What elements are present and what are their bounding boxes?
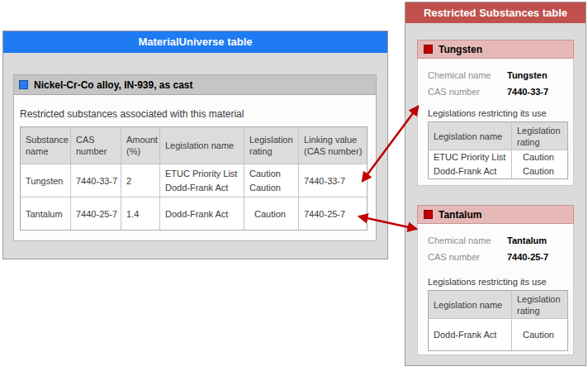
legislations-table: Legislation name Legislation rating ETUC…	[428, 121, 568, 179]
column-header-amount: Amount (%)	[121, 127, 160, 164]
substance-card-tantalum: Tantalum Chemical nameTantalum CAS numbe…	[417, 205, 574, 355]
table-row-cell-rating: Caution	[244, 197, 299, 230]
substance-card-header: Tungsten	[417, 40, 574, 59]
substance-card-name: Tungsten	[439, 44, 482, 55]
material-record-box: Nickel-Cr-Co alloy, IN-939, as cast Rest…	[13, 74, 377, 241]
restricted-substances-panel: Restricted Substances table Tungsten Che…	[405, 2, 586, 366]
table-row-cell-amount: 2	[121, 164, 160, 197]
table-row-cell-linking-value: 7440-33-7	[299, 164, 367, 197]
material-record-title: Nickel-Cr-Co alloy, IN-939, as cast	[34, 79, 193, 91]
restricted-substances-table: Substance name CAS number Amount (%) Leg…	[20, 126, 368, 231]
red-square-icon	[424, 210, 433, 219]
column-header-legislation-name: Legislation name	[160, 127, 244, 164]
column-header-legislation-name: Legislation name	[429, 291, 512, 319]
blue-square-icon	[19, 80, 28, 89]
substance-card-name: Tantalum	[439, 209, 481, 221]
legislation-rating-cell: Caution Caution	[512, 150, 567, 178]
field-chemical-name: Chemical nameTantalum	[428, 232, 548, 249]
column-header-cas-number: CAS number	[71, 127, 121, 164]
table-row-cell-amount: 1.4	[121, 197, 160, 230]
diagram-canvas: MaterialUniverse table Nickel-Cr-Co allo…	[0, 0, 588, 371]
material-record-header: Nickel-Cr-Co alloy, IN-939, as cast	[14, 75, 376, 95]
legislation-rating-cell: Caution	[512, 319, 567, 350]
material-universe-panel: MaterialUniverse table Nickel-Cr-Co allo…	[2, 31, 388, 259]
table-row-cell-legislation: Dodd-Frank Act	[160, 197, 244, 230]
substance-card-header: Tantalum	[417, 205, 574, 224]
legislations-section-label: Legislations restricting its use	[428, 108, 547, 118]
column-header-legislation-rating: Legislation rating	[512, 291, 567, 319]
table-row-cell-cas: 7440-33-7	[71, 164, 121, 197]
column-header-legislation-rating: Legislation rating	[512, 122, 567, 150]
legislations-section-label: Legislations restricting its use	[428, 277, 547, 287]
column-header-legislation-name: Legislation name	[429, 122, 512, 150]
material-universe-panel-title: MaterialUniverse table	[3, 31, 387, 53]
field-cas-number: CAS number7440-33-7	[428, 83, 548, 100]
table-row-cell-substance: Tungsten	[21, 164, 71, 197]
field-cas-number: CAS number7440-25-7	[428, 249, 548, 265]
legislation-name-cell: ETUC Priority List Dodd-Frank Act	[429, 150, 512, 178]
table-row-cell-linking-value: 7440-25-7	[299, 197, 367, 230]
legislations-table: Legislation name Legislation rating Dodd…	[428, 290, 568, 351]
restricted-substances-panel-title: Restricted Substances table	[405, 2, 586, 23]
column-header-substance-name: Substance name	[21, 127, 71, 164]
column-header-linking-value: Linking value (CAS number)	[299, 127, 367, 164]
table-row-cell-legislation: ETUC Priority List Dodd-Frank Act	[160, 164, 244, 197]
substance-fields: Chemical nameTantalum CAS number7440-25-…	[428, 232, 548, 265]
substance-card-body: Chemical nameTantalum CAS number7440-25-…	[417, 224, 574, 355]
table-row-cell-cas: 7440-25-7	[71, 197, 121, 230]
legislation-name-cell: Dodd-Frank Act	[429, 319, 512, 350]
table-row-cell-substance: Tantalum	[21, 197, 71, 230]
restricted-substances-section-label: Restricted substances associated with th…	[20, 108, 244, 120]
substance-card-tungsten: Tungsten Chemical nameTungsten CAS numbe…	[417, 40, 574, 186]
column-header-legislation-rating: Legislation rating	[244, 127, 299, 164]
substance-card-body: Chemical nameTungsten CAS number7440-33-…	[417, 59, 574, 186]
red-square-icon	[424, 45, 433, 54]
table-row-cell-rating: Caution Caution	[244, 164, 299, 197]
substance-fields: Chemical nameTungsten CAS number7440-33-…	[428, 67, 548, 100]
field-chemical-name: Chemical nameTungsten	[428, 67, 548, 83]
